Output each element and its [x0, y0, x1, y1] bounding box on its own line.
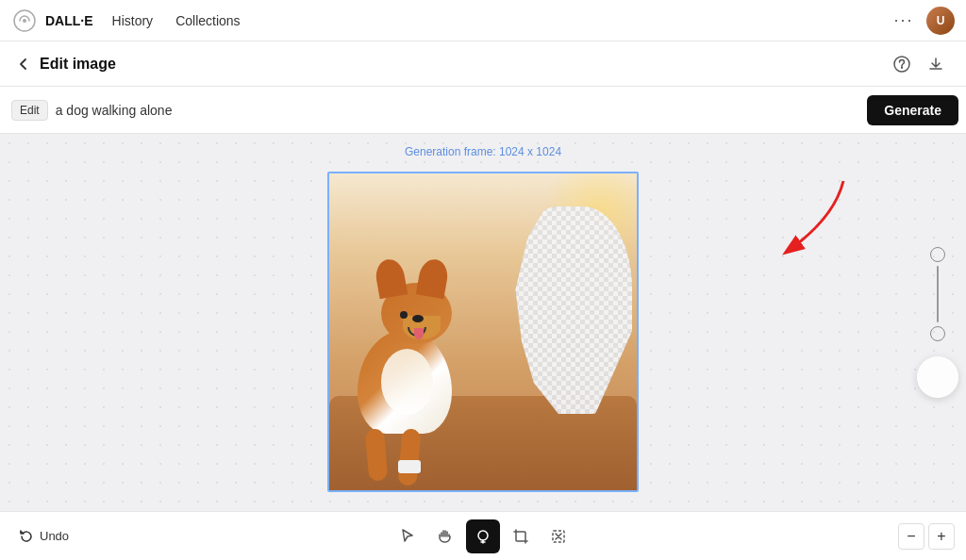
- svg-point-4: [478, 531, 488, 540]
- frame-label: Generation frame: 1024 x 1024: [405, 145, 561, 158]
- prompt-input[interactable]: [56, 103, 860, 118]
- user-avatar[interactable]: U: [926, 7, 955, 35]
- undo-label: Undo: [40, 529, 69, 543]
- canvas-container: [327, 172, 639, 492]
- svg-rect-5: [516, 532, 525, 541]
- brush-size-control: [930, 247, 945, 341]
- history-nav-item[interactable]: History: [105, 9, 161, 32]
- page-title: Edit image: [40, 56, 116, 73]
- help-button[interactable]: [887, 49, 917, 79]
- back-button[interactable]: [15, 56, 32, 73]
- canvas-area: Generation frame: 1024 x 1024: [0, 134, 966, 511]
- dall-e-logo: [11, 8, 38, 34]
- download-button[interactable]: [921, 49, 951, 79]
- right-panel: [917, 247, 958, 398]
- edit-badge[interactable]: Edit: [11, 100, 48, 121]
- brush-size-slider[interactable]: [937, 266, 939, 322]
- select-tool-button[interactable]: [391, 519, 425, 553]
- collections-nav-item[interactable]: Collections: [168, 9, 247, 32]
- zoom-controls: − +: [898, 523, 955, 550]
- brand-label: DALL·E: [45, 13, 93, 28]
- svg-point-1: [23, 19, 26, 23]
- hand-tool-button[interactable]: [428, 519, 462, 553]
- bottom-toolbar: Undo − +: [0, 511, 966, 560]
- brush-size-min-indicator[interactable]: [930, 326, 945, 341]
- zoom-in-button[interactable]: +: [928, 523, 955, 550]
- zoom-out-button[interactable]: −: [898, 523, 924, 550]
- crop-tool-button[interactable]: [504, 519, 538, 553]
- arrow-annotation: [664, 172, 853, 285]
- top-nav: DALL·E History Collections ··· U: [0, 0, 966, 41]
- brush-tool-button[interactable]: [466, 519, 500, 553]
- undo-button[interactable]: Undo: [11, 525, 76, 548]
- brush-size-max-indicator[interactable]: [930, 247, 945, 262]
- more-menu-button[interactable]: ···: [889, 6, 919, 36]
- image-frame[interactable]: [327, 172, 639, 492]
- generate-button[interactable]: Generate: [867, 95, 958, 125]
- erase-selection-button[interactable]: [541, 519, 575, 553]
- prompt-bar: Edit Generate: [0, 87, 966, 134]
- brush-preview: [917, 356, 958, 398]
- sub-header: Edit image: [0, 41, 966, 87]
